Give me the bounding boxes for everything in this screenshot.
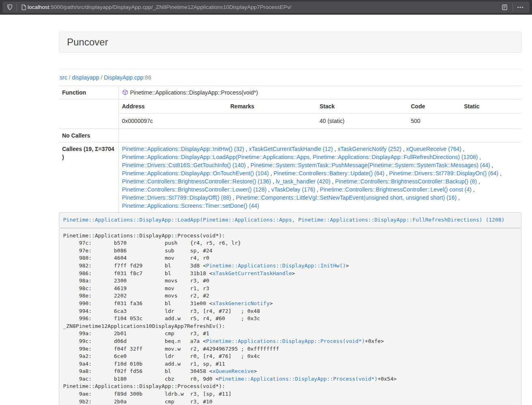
column-header-address: Address (119, 99, 227, 114)
callee-line: Pinetime::Drivers::Cst816S::GetTouchInfo… (122, 161, 519, 169)
metrics-table: Address Remarks Stack Code Static 0x0000… (119, 99, 522, 129)
divider (513, 3, 513, 11)
function-name: Pinetime::Applications::DisplayApp::Proc… (130, 89, 258, 96)
column-header-static: Static (461, 99, 522, 114)
callee-line: Pinetime::Applications::DisplayApp::OnTo… (122, 169, 519, 177)
breadcrumb-line-number: :86 (143, 74, 151, 81)
callee-link[interactable]: Pinetime::System::SystemTask::PushMessag… (250, 162, 490, 168)
callee-link[interactable]: xQueueReceive (764) (406, 146, 461, 152)
breadcrumb-link-displayapp[interactable]: displayapp (72, 74, 99, 81)
callee-line: Pinetime::Controllers::BrightnessControl… (122, 177, 519, 185)
column-header-code: Code (408, 99, 461, 114)
metrics-values-row: 0x0000097c 40 (static) 500 (119, 114, 522, 129)
assembly-listing: Pinetime::Applications::DisplayApp::Proc… (59, 228, 521, 405)
callee-link[interactable]: lv_task_handler (420) (276, 178, 330, 185)
page-title: Puncover (67, 37, 513, 47)
callee-link[interactable]: vTaskDelay (176) (271, 186, 315, 193)
address-value: 0x0000097c (119, 114, 227, 129)
asm-symbol-link[interactable]: xTaskGenericNotify (212, 300, 269, 306)
remarks-value (227, 114, 317, 129)
metrics-row: Address Remarks Stack Code Static 0x0000… (59, 99, 521, 129)
callee-link[interactable]: Pinetime::Applications::DisplayApp::Load… (122, 154, 478, 160)
no-callers-label: No Callers (59, 129, 118, 142)
url-host: localhost (28, 4, 49, 10)
breadcrumb-link-file[interactable]: DisplayApp.cpp (104, 74, 143, 81)
function-name-cell: Pinetime::Applications::DisplayApp::Proc… (118, 86, 521, 99)
callee-line: Pinetime::Applications::DisplayApp::Init… (122, 145, 519, 153)
asm-symbol-link[interactable]: xTaskGetCurrentTaskHandle (212, 270, 292, 276)
callee-link[interactable]: Pinetime::Controllers::BrightnessControl… (335, 178, 477, 185)
url-input[interactable]: localhost:5000/path/src/displayapp/Displ… (28, 4, 501, 10)
breadcrumb: src / displayapp / DisplayApp.cpp:86 (60, 73, 521, 82)
callee-link[interactable]: Pinetime::Controllers::Battery::Update()… (274, 170, 384, 177)
callee-line: Pinetime::Controllers::BrightnessControl… (122, 185, 519, 194)
breadcrumb-separator: / (69, 74, 71, 81)
breadcrumb-link-src[interactable]: src (60, 74, 67, 81)
callee-link[interactable]: Pinetime::Applications::DisplayApp::OnTo… (122, 170, 269, 177)
asm-symbol-link[interactable]: Pinetime::Applications::DisplayApp::Init… (206, 263, 346, 269)
app-header-panel: Puncover (59, 32, 521, 53)
asm-symbol-link[interactable]: Pinetime::Applications::DisplayApp::Proc… (206, 338, 365, 344)
callee-line: Pinetime::Applications::DisplayApp::Load… (122, 153, 519, 161)
callee-link[interactable]: Pinetime::Drivers::Cst816S::GetTouchInfo… (122, 162, 246, 168)
callee-link[interactable]: Pinetime::Applications::DisplayApp::Init… (122, 146, 244, 152)
asm-symbol-link[interactable]: Pinetime::Applications::DisplayApp::Proc… (219, 376, 377, 382)
browser-toolbar: localhost:5000/path/src/displayapp/Displ… (0, 0, 532, 15)
package-cube-icon (122, 89, 128, 95)
function-label: Function (59, 86, 118, 99)
callee-link[interactable]: Pinetime::Controllers::BrightnessControl… (320, 186, 471, 193)
reader-mode-icon[interactable] (501, 4, 508, 11)
callee-link[interactable]: Pinetime::Drivers::St7789::DisplayOff() … (122, 194, 231, 201)
column-header-stack: Stack (317, 99, 408, 114)
asm-symbol-link[interactable]: xQueueReceive (212, 368, 254, 374)
shield-icon[interactable] (6, 4, 13, 11)
callees-label: Callees (19, Σ=3704 ) (59, 142, 118, 213)
divider-rule (59, 69, 521, 69)
highlighted-source-line: Pinetime::Applications::DisplayApp::Load… (59, 212, 521, 228)
callee-link[interactable]: xTaskGenericNotify (252) (338, 146, 401, 152)
no-callers-row: No Callers (59, 129, 521, 142)
callee-link[interactable]: Pinetime::Controllers::BrightnessControl… (122, 178, 271, 185)
callees-list: Pinetime::Applications::DisplayApp::Init… (118, 142, 521, 213)
url-path: :5000/path/src/displayapp/DisplayApp.cpp… (49, 4, 291, 10)
url-bar[interactable]: localhost:5000/path/src/displayapp/Displ… (2, 2, 530, 13)
stack-value: 40 (static) (317, 114, 408, 129)
divider (17, 3, 17, 11)
page-actions-menu-icon[interactable] (517, 4, 524, 11)
callee-link[interactable]: Pinetime::Applications::Screens::Timer::… (122, 202, 259, 209)
breadcrumb-separator: / (101, 74, 102, 81)
column-header-remarks: Remarks (227, 99, 317, 114)
callee-link[interactable]: xTaskGetCurrentTaskHandle (12) (249, 146, 333, 152)
function-row: Function Pinetime::Applications::Display… (59, 86, 521, 99)
highlighted-line-link[interactable]: Pinetime::Applications::DisplayApp::Load… (63, 217, 505, 223)
callee-link[interactable]: Pinetime::Components::LittleVgl::SetNewT… (236, 194, 457, 201)
page-container: Puncover src / displayapp / DisplayApp.c… (59, 32, 521, 405)
code-value: 500 (408, 114, 461, 129)
callee-link[interactable]: Pinetime::Controllers::BrightnessControl… (122, 186, 267, 193)
callees-row: Callees (19, Σ=3704 ) Pinetime::Applicat… (59, 142, 521, 213)
callee-line: Pinetime::Applications::Screens::Timer::… (122, 202, 519, 210)
symbol-table: Function Pinetime::Applications::Display… (59, 86, 521, 212)
static-value (461, 114, 522, 129)
callee-line: Pinetime::Drivers::St7789::DisplayOff() … (122, 194, 519, 202)
page-icon[interactable] (21, 4, 27, 11)
callee-link[interactable]: Pinetime::Drivers::St7789::DisplayOn() (… (389, 170, 498, 177)
